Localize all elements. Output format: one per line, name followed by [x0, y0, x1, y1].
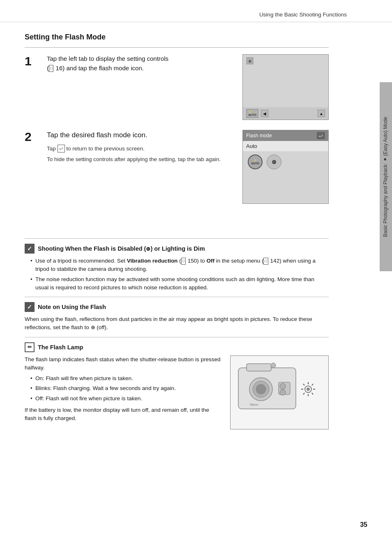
flash-mode-header: Flash mode ⮐ — [243, 130, 328, 141]
notice2-icon: ✓ — [25, 302, 35, 312]
camera-diagram: Nikon — [230, 355, 329, 429]
screen1-top-icon: ■ — [246, 57, 254, 65]
svg-point-4 — [256, 384, 266, 394]
step-1-row: 1 Tap the left tab to display the settin… — [25, 54, 329, 120]
flash-icon-off[interactable]: ⊕ — [267, 155, 281, 169]
svg-point-8 — [280, 390, 286, 395]
flash-lamp-row: The flash lamp indicates flash status wh… — [25, 355, 329, 429]
section-divider — [25, 47, 329, 48]
step-2-row: 2 Tap the desired flash mode icon. Tap ⮐… — [25, 130, 329, 204]
flash-lamp-intro: The flash lamp indicates flash status wh… — [25, 355, 222, 372]
svg-line-15 — [303, 393, 304, 395]
svg-line-11 — [312, 384, 313, 385]
notice1-title: Shooting When the Flash is Disabled (⊕) … — [38, 245, 205, 252]
book-ref-icon: □ — [49, 65, 53, 72]
flash-icons-row: ⚡AUTO ⊕ — [243, 151, 328, 173]
svg-line-17 — [303, 384, 304, 385]
flash-mode-back-btn[interactable]: ⮐ — [317, 132, 325, 139]
flash-lamp-footer: If the battery is low, the monitor displ… — [25, 406, 222, 423]
side-tab: Basic Photography and Playback: ■ (Easy … — [380, 82, 392, 271]
notice2-title: Note on Using the Flash — [38, 304, 106, 310]
flash-auto-row: Auto — [243, 141, 328, 151]
notice3-header: ✏ The Flash Lamp — [25, 342, 329, 352]
step-1-screen-inner: ■ ⚡AUTO ◀ ▲ — [243, 55, 328, 120]
notice3-icon: ✏ — [25, 342, 35, 352]
notice1-header: ✓ Shooting When the Flash is Disabled (⊕… — [25, 244, 329, 254]
notice3-divider — [25, 337, 329, 337]
notice2-text: When using the flash, reflections from d… — [25, 315, 329, 332]
svg-text:Nikon: Nikon — [250, 403, 258, 406]
flash-lamp-bullet3: Off: Flash will not fire when picture is… — [30, 395, 222, 403]
notice3-title: The Flash Lamp — [38, 344, 83, 351]
notice1-bullet2: The noise reduction function may be acti… — [30, 275, 329, 292]
notice1-divider-top — [25, 238, 329, 239]
notice3-box: ✏ The Flash Lamp The flash lamp indicate… — [25, 342, 329, 429]
flash-lamp-bullets: On: Flash will fire when picture is take… — [25, 374, 222, 403]
step-1-screen: ■ ⚡AUTO ◀ ▲ — [242, 54, 329, 120]
svg-point-7 — [280, 383, 286, 389]
step-2-main-text: Tap the desired flash mode icon. — [47, 130, 235, 141]
page-number: 35 — [360, 521, 367, 528]
svg-rect-1 — [247, 364, 271, 371]
main-content: Setting the Flash Mode 1 Tap the left ta… — [0, 22, 353, 438]
svg-point-5 — [271, 363, 276, 368]
step-2-screen-inner: Flash mode ⮐ Auto ⚡AUTO ⊕ — [243, 130, 328, 203]
notice2-divider — [25, 297, 329, 297]
notice1-box: ✓ Shooting When the Flash is Disabled (⊕… — [25, 244, 329, 292]
notice2-header: ✓ Note on Using the Flash — [25, 302, 329, 312]
step-2-sub2: To hide the setting controls after apply… — [47, 155, 235, 164]
side-tab-text: Basic Photography and Playback: ■ (Easy … — [382, 113, 390, 240]
section-title: Setting the Flash Mode — [25, 33, 329, 42]
flash-lamp-bullet1: On: Flash will fire when picture is take… — [30, 374, 222, 383]
left-arrow-btn[interactable]: ◀ — [261, 110, 268, 117]
svg-point-19 — [307, 388, 310, 391]
flash-auto-label: ⚡AUTO — [248, 111, 256, 116]
step-2-text: Tap the desired flash mode icon. Tap ⮐ t… — [47, 130, 235, 166]
notice1-icon: ✓ — [25, 244, 35, 254]
up-arrow-btn[interactable]: ▲ — [318, 110, 325, 117]
page-header: Using the Basic Shooting Functions — [0, 0, 392, 22]
camera-svg: Nikon — [234, 360, 325, 425]
notice1-bullet1: Use of a tripod is recommended. Set Vibr… — [30, 257, 329, 274]
step-1-text: Tap the left tab to display the setting … — [47, 54, 235, 75]
flash-lamp-text: The flash lamp indicates flash status wh… — [25, 355, 222, 425]
step-2-sub1: Tap ⮐ to return to the previous screen. — [47, 145, 235, 153]
flash-mode-label: Flash mode — [246, 133, 272, 138]
flash-auto-icon[interactable]: ⚡AUTO — [246, 109, 258, 118]
step-2-number: 2 — [25, 130, 39, 143]
header-title: Using the Basic Shooting Functions — [259, 12, 347, 18]
step-1-number: 1 — [25, 54, 39, 67]
flash-auto-text: Auto — [246, 143, 257, 149]
flash-lamp-bullet2: Blinks: Flash charging. Wait a few secon… — [30, 384, 222, 392]
step-1-bottom-bar: ⚡AUTO ◀ ▲ — [243, 107, 328, 120]
notice2-box: ✓ Note on Using the Flash When using the… — [25, 302, 329, 332]
step-1-main-text: Tap the left tab to display the setting … — [47, 54, 235, 73]
step-2-screen: Flash mode ⮐ Auto ⚡AUTO ⊕ — [242, 130, 329, 204]
notice1-bullets: Use of a tripod is recommended. Set Vibr… — [25, 257, 329, 292]
flash-icon-auto[interactable]: ⚡AUTO — [248, 155, 263, 169]
svg-line-13 — [312, 393, 313, 395]
